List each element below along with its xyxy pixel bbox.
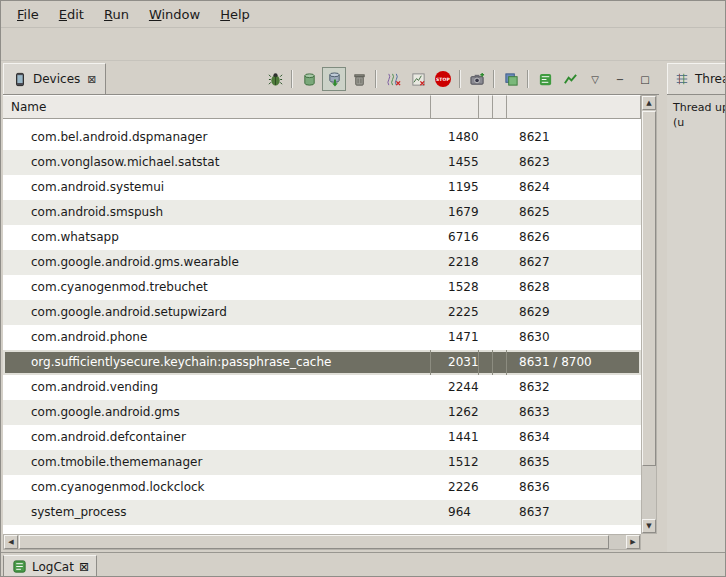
screen-record-button[interactable]: [499, 67, 523, 91]
table-row[interactable]: com.android.smspush16798625: [3, 200, 641, 225]
process-name: com.android.phone: [3, 325, 431, 350]
process-pid: 22440: [431, 375, 479, 400]
empty-cell: [493, 475, 507, 500]
minimize-icon: −: [616, 74, 624, 85]
process-name: com.cyanogenmod.trebuchet: [3, 275, 431, 300]
capture-systrace-button[interactable]: [533, 67, 557, 91]
empty-cell: [493, 175, 507, 200]
debug-button[interactable]: [263, 67, 287, 91]
process-port: 8635: [507, 450, 641, 475]
tab-threads[interactable]: Threa: [667, 63, 726, 94]
threads-message-line1: Thread up: [673, 100, 726, 115]
column-header-b[interactable]: [493, 95, 507, 119]
empty-cell: [493, 300, 507, 325]
empty-cell: [493, 200, 507, 225]
process-port: 8630: [507, 325, 641, 350]
process-port: 8629: [507, 300, 641, 325]
process-pid: 964: [431, 500, 479, 525]
table-row[interactable]: com.google.android.gms126238633: [3, 400, 641, 425]
scroll-up-button[interactable]: ▲: [642, 96, 656, 110]
empty-cell: [479, 150, 493, 175]
horizontal-scrollbar: ◀ ▶: [3, 534, 641, 550]
column-header-name[interactable]: Name: [3, 95, 431, 119]
empty-cell: [479, 350, 493, 375]
table-row[interactable]: system_process9648637: [3, 500, 641, 525]
table-row[interactable]: com.cyanogenmod.lockclock222658636: [3, 475, 641, 500]
empty-cell: [479, 200, 493, 225]
empty-cell: [493, 425, 507, 450]
scroll-right-button[interactable]: ▶: [626, 535, 640, 549]
menu-help[interactable]: Help: [210, 4, 260, 25]
screen-capture-button[interactable]: [465, 67, 489, 91]
menu-file[interactable]: File: [7, 4, 49, 25]
update-heap-button[interactable]: [297, 67, 321, 91]
scrollbar-corner: [641, 534, 657, 550]
process-name: com.android.systemui: [3, 175, 431, 200]
process-port: 8626: [507, 225, 641, 250]
table-row[interactable]: com.google.android.gms.wearable221858627: [3, 250, 641, 275]
empty-cell: [479, 175, 493, 200]
process-name: com.android.defcontainer: [3, 425, 431, 450]
tab-threads-label: Threa: [695, 72, 726, 86]
table-row[interactable]: com.google.android.setupwizard222508629: [3, 300, 641, 325]
empty-cell: [479, 325, 493, 350]
table-row[interactable]: com.cyanogenmod.trebuchet15288628: [3, 275, 641, 300]
close-tab-icon[interactable]: ⊠: [87, 73, 96, 86]
cause-gc-icon: [351, 71, 367, 87]
tab-logcat-label: LogCat: [32, 560, 74, 574]
threads-tabbar: Threa: [667, 63, 726, 95]
column-header-port[interactable]: [507, 95, 641, 119]
cause-gc-button[interactable]: [347, 67, 371, 91]
empty-cell: [479, 225, 493, 250]
empty-cell: [479, 275, 493, 300]
maximize-button[interactable]: □: [633, 67, 657, 91]
table-row-selected[interactable]: org.sufficientlysecure.keychain:passphra…: [3, 350, 641, 375]
vertical-scrollbar: ▲ ▼: [641, 95, 657, 534]
empty-cell: [479, 400, 493, 425]
table-row[interactable]: com.vonglasow.michael.satstat145538623: [3, 150, 641, 175]
process-port: 8623: [507, 150, 641, 175]
process-table-body: com.bel.android.dspmanager14808621com.vo…: [3, 119, 641, 534]
empty-cell: [479, 425, 493, 450]
table-row[interactable]: com.android.phone14718630: [3, 325, 641, 350]
table-row[interactable]: com.bel.android.dspmanager14808621: [3, 125, 641, 150]
scroll-down-button[interactable]: ▼: [642, 519, 656, 533]
minimize-button[interactable]: −: [608, 67, 632, 91]
capture-systrace-icon: [537, 71, 553, 87]
tab-logcat[interactable]: LogCat ⊠: [3, 555, 97, 577]
empty-cell: [493, 400, 507, 425]
tab-devices[interactable]: Devices ⊠: [3, 63, 106, 94]
process-name: com.android.smspush: [3, 200, 431, 225]
view-menu-button[interactable]: ▽: [583, 67, 607, 91]
table-row[interactable]: com.android.systemui11958624: [3, 175, 641, 200]
stop-label: STOP: [436, 77, 450, 82]
column-header-pid[interactable]: [431, 95, 479, 119]
start-method-profiling-button[interactable]: [406, 67, 430, 91]
empty-cell: [493, 450, 507, 475]
menu-window[interactable]: Window: [139, 4, 210, 25]
scroll-left-button[interactable]: ◀: [4, 535, 18, 549]
table-row[interactable]: com.android.defcontainer144118634: [3, 425, 641, 450]
table-row[interactable]: com.whatsapp67168626: [3, 225, 641, 250]
process-name: com.whatsapp: [3, 225, 431, 250]
dump-hprof-icon: [326, 71, 342, 87]
process-name: system_process: [3, 500, 431, 525]
stop-process-button[interactable]: STOP: [431, 67, 455, 91]
table-row[interactable]: com.android.vending224408632: [3, 375, 641, 400]
vertical-scroll-thumb[interactable]: [642, 111, 656, 466]
table-row[interactable]: com.tmobile.thememanager15128635: [3, 450, 641, 475]
update-threads-button[interactable]: [381, 67, 405, 91]
devices-icon: [12, 71, 28, 87]
process-pid: 1480: [431, 125, 479, 150]
menu-edit[interactable]: Edit: [49, 4, 94, 25]
horizontal-scroll-thumb[interactable]: [19, 535, 609, 549]
column-header-a[interactable]: [479, 95, 493, 119]
process-pid: 22265: [431, 475, 479, 500]
dump-hprof-button[interactable]: [322, 67, 346, 91]
process-port: 8636: [507, 475, 641, 500]
empty-cell: [493, 325, 507, 350]
close-logcat-tab-icon[interactable]: ⊠: [79, 560, 89, 574]
start-opengl-trace-button[interactable]: [558, 67, 582, 91]
menu-run[interactable]: Run: [94, 4, 139, 25]
maximize-icon: □: [640, 74, 649, 85]
